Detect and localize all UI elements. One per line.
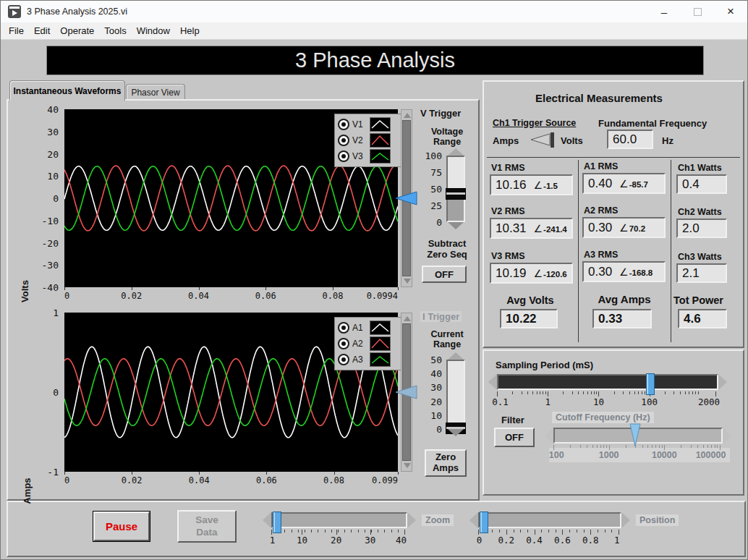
- minor-tick: [391, 530, 392, 533]
- cutoff-pointer-handle[interactable]: [629, 423, 642, 448]
- slider-tick-label: 0: [436, 424, 442, 435]
- legend-item-v2[interactable]: V2: [338, 132, 399, 148]
- zero-amps-button[interactable]: Zero Amps: [425, 449, 467, 477]
- phase-angle: -85.7: [619, 178, 648, 190]
- trigger-source-toggle[interactable]: [527, 131, 558, 148]
- save-data-label: Save Data: [195, 514, 218, 538]
- window-controls: – ×: [647, 1, 747, 22]
- minor-tick: [711, 445, 712, 448]
- slider-right-arrow-icon[interactable]: [621, 512, 630, 528]
- legend-item-a2[interactable]: A2: [338, 336, 399, 352]
- slider-tick-label: 1: [270, 535, 276, 546]
- minor-tick: [540, 391, 540, 394]
- slider-right-arrow-icon[interactable]: [407, 512, 416, 528]
- filter-button[interactable]: OFF: [494, 428, 535, 447]
- major-tick: [664, 445, 665, 450]
- slider-track[interactable]: [497, 374, 718, 390]
- v3-line-sample[interactable]: [370, 149, 391, 164]
- slider-track[interactable]: [446, 156, 465, 222]
- y-tick-label: -30: [42, 260, 59, 271]
- slider-track[interactable]: [271, 512, 407, 528]
- fundamental-frequency-input[interactable]: 60.0: [607, 130, 653, 149]
- slider-track[interactable]: [478, 512, 621, 528]
- major-tick: [553, 445, 554, 450]
- menu-window[interactable]: Window: [132, 24, 175, 38]
- ch2-watts-value: 2.0: [676, 219, 727, 238]
- v3-visibility-radio[interactable]: [338, 150, 349, 162]
- minor-tick: [659, 445, 660, 448]
- a3-line-sample[interactable]: [370, 352, 391, 367]
- scroll-up-icon[interactable]: [404, 316, 411, 321]
- a2-line-sample[interactable]: [370, 336, 391, 351]
- sampling-period-slider[interactable]: 0.11101002000: [488, 374, 727, 409]
- slider-left-arrow-icon[interactable]: [488, 374, 497, 390]
- legend-item-v3[interactable]: V3: [338, 148, 399, 164]
- pause-button[interactable]: Pause: [93, 512, 150, 541]
- v3-rms-label: V3 RMS: [491, 251, 525, 261]
- v1-line-sample[interactable]: [370, 117, 391, 132]
- scroll-down-icon[interactable]: [404, 279, 411, 284]
- slider-scale: 110203040: [271, 535, 404, 546]
- legend-item-v1[interactable]: V1: [338, 116, 399, 132]
- slider-scale: 50403020100: [423, 360, 443, 429]
- minor-tick: [652, 445, 653, 448]
- x-tick-label: 0.06: [255, 291, 276, 301]
- save-data-button[interactable]: Save Data: [177, 510, 237, 543]
- subtract-zero-seq-button[interactable]: OFF: [422, 266, 467, 283]
- slider-tick-label: 75: [430, 167, 442, 178]
- x-tick-label: 0: [64, 475, 69, 485]
- slider-left-arrow-icon[interactable]: [469, 512, 478, 528]
- slider-handle[interactable]: [446, 188, 466, 200]
- a2-visibility-radio[interactable]: [338, 338, 349, 349]
- volts-waveform-V3: [64, 166, 398, 231]
- v2-line-sample[interactable]: [370, 133, 391, 148]
- voltage-range-slider[interactable]: 1007550250: [423, 148, 467, 229]
- a3-visibility-radio[interactable]: [338, 354, 349, 365]
- slider-left-arrow-icon[interactable]: [263, 512, 271, 528]
- y-tick-label: -20: [42, 237, 59, 248]
- a1-visibility-radio[interactable]: [338, 322, 349, 334]
- current-range-slider[interactable]: 50403020100: [423, 352, 467, 436]
- minor-tick: [611, 530, 612, 533]
- v2-visibility-radio[interactable]: [338, 135, 349, 146]
- i-trigger-level-cursor[interactable]: [395, 385, 418, 399]
- tab-instantaneous-waveforms[interactable]: Instantaneous Waveforms: [9, 80, 125, 101]
- zoom-slider[interactable]: 110203040: [263, 512, 416, 547]
- v-trigger-level-cursor[interactable]: [395, 191, 418, 205]
- legend-item-a1[interactable]: A1: [338, 320, 399, 336]
- v1-visibility-radio[interactable]: [338, 119, 349, 130]
- minor-tick: [598, 530, 598, 533]
- slider-handle[interactable]: [480, 512, 488, 533]
- slider-handle[interactable]: [273, 512, 281, 533]
- minor-tick: [556, 530, 556, 533]
- slider-track[interactable]: [446, 360, 465, 429]
- minimize-button[interactable]: –: [647, 1, 681, 22]
- menu-operate[interactable]: Operate: [55, 24, 99, 38]
- slider-right-arrow-icon[interactable]: [718, 374, 727, 390]
- tab-phasor-view[interactable]: Phasor View: [126, 84, 185, 101]
- close-button[interactable]: ×: [714, 1, 747, 22]
- menu-file[interactable]: File: [4, 24, 29, 38]
- slider-up-arrow-icon[interactable]: [448, 352, 464, 360]
- legend-item-a3[interactable]: A3: [338, 352, 399, 368]
- menu-tools[interactable]: Tools: [99, 24, 131, 38]
- slider-handle[interactable]: [646, 373, 655, 395]
- minor-tick: [583, 391, 584, 394]
- minor-tick: [629, 391, 630, 394]
- slider-down-arrow-icon[interactable]: [448, 429, 464, 436]
- zoom-label: Zoom: [422, 514, 454, 526]
- position-slider[interactable]: 00.20.40.60.81: [469, 512, 630, 547]
- avg-amps-label: Avg Amps: [578, 293, 671, 305]
- a1-line-sample[interactable]: [370, 321, 391, 335]
- scroll-up-icon[interactable]: [404, 113, 411, 118]
- minor-tick: [703, 445, 704, 448]
- cutoff-frequency-slider[interactable]: 100100010000100000: [545, 428, 731, 462]
- menu-edit[interactable]: Edit: [29, 24, 55, 38]
- window-title: 3 Phase Analysis 2025.vi: [27, 7, 127, 17]
- maximize-button[interactable]: [681, 1, 714, 22]
- menu-help[interactable]: Help: [175, 24, 205, 38]
- scroll-down-icon[interactable]: [404, 463, 411, 468]
- slider-down-arrow-icon[interactable]: [448, 222, 464, 229]
- position-label: Position: [636, 514, 679, 526]
- slider-up-arrow-icon[interactable]: [448, 148, 464, 156]
